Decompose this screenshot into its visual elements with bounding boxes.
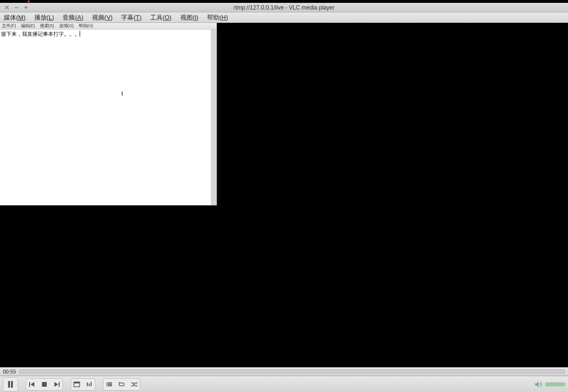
menu-video[interactable]: 视频(V) xyxy=(92,13,113,22)
menu-view[interactable]: 视图(I) xyxy=(180,13,198,22)
svg-rect-10 xyxy=(89,383,90,386)
vlc-menubar: 媒体(M) 播放(L) 音频(A) 视频(V) 字幕(T) 工具(O) 视图(I… xyxy=(0,12,568,23)
playlist-icon xyxy=(106,382,113,387)
volume-slider[interactable] xyxy=(545,382,565,386)
fullscreen-icon xyxy=(73,382,80,387)
svg-rect-2 xyxy=(29,382,30,387)
text-caret xyxy=(80,31,80,37)
svg-rect-4 xyxy=(42,382,47,387)
notepad-menu-edit[interactable]: 编辑(E) xyxy=(21,23,35,29)
next-button[interactable] xyxy=(51,379,62,390)
volume-control xyxy=(535,381,565,388)
svg-marker-21 xyxy=(535,382,538,387)
seek-slider[interactable] xyxy=(19,370,565,373)
previous-button[interactable] xyxy=(26,379,38,390)
shuffle-button[interactable] xyxy=(128,379,140,390)
window-maximize-button[interactable] xyxy=(23,5,29,10)
svg-rect-0 xyxy=(8,381,10,388)
menu-tools[interactable]: 工具(O) xyxy=(150,13,172,22)
svg-rect-12 xyxy=(106,382,107,383)
menu-media[interactable]: 媒体(M) xyxy=(4,13,26,22)
notepad-content: 接下来，我直播记事本打字。。。 xyxy=(1,31,80,37)
window-minimize-button[interactable] xyxy=(13,5,19,10)
next-icon xyxy=(53,382,60,387)
controls-toolbar xyxy=(0,376,568,392)
svg-marker-20 xyxy=(136,385,137,387)
svg-rect-6 xyxy=(59,382,60,387)
menu-subtitle[interactable]: 字幕(T) xyxy=(121,13,142,22)
loop-icon xyxy=(118,382,125,387)
elapsed-time[interactable]: 00:55 xyxy=(3,369,16,374)
svg-rect-11 xyxy=(91,382,92,386)
menu-help[interactable]: 帮助(H) xyxy=(207,13,228,22)
menu-playback[interactable]: 播放(L) xyxy=(34,13,54,22)
previous-icon xyxy=(29,382,35,387)
notepad-menu-search[interactable]: 搜索(S) xyxy=(40,23,54,29)
loop-button[interactable] xyxy=(116,379,127,390)
extended-settings-button[interactable] xyxy=(83,379,95,390)
notepad-menu-options[interactable]: 选项(O) xyxy=(59,23,74,29)
stop-icon xyxy=(41,382,47,387)
volume-icon[interactable] xyxy=(535,381,542,388)
svg-marker-5 xyxy=(54,382,58,387)
fullscreen-button[interactable] xyxy=(71,379,83,390)
menu-audio[interactable]: 音频(A) xyxy=(62,13,83,22)
notepad-menu-file[interactable]: 文件(F) xyxy=(2,23,16,29)
text-cursor-ibeam-icon: I xyxy=(121,90,123,97)
svg-rect-1 xyxy=(11,381,13,388)
playlist-button[interactable] xyxy=(103,379,115,390)
notepad-menu-help[interactable]: 帮助(H) xyxy=(79,23,93,29)
play-pause-button[interactable] xyxy=(3,378,18,391)
svg-marker-18 xyxy=(118,382,120,384)
progress-bar: 00:55 xyxy=(0,367,568,376)
equalizer-icon xyxy=(86,382,93,387)
notepad-window: 文件(F) 编辑(E) 搜索(S) 选项(O) 帮助(H) 接下来，我直播记事本… xyxy=(0,23,217,206)
svg-marker-19 xyxy=(136,382,137,384)
svg-rect-16 xyxy=(106,385,107,386)
svg-rect-15 xyxy=(108,384,112,385)
stop-button[interactable] xyxy=(39,379,50,390)
svg-rect-8 xyxy=(74,382,80,383)
window-close-button[interactable] xyxy=(4,5,10,10)
notepad-menubar: 文件(F) 编辑(E) 搜索(S) 选项(O) 帮助(H) xyxy=(0,23,217,30)
pause-icon xyxy=(7,381,14,388)
window-title: rtmp://127.0.0.1/live - VLC media player xyxy=(29,4,539,11)
svg-rect-14 xyxy=(106,384,107,385)
svg-rect-13 xyxy=(108,382,112,383)
svg-rect-17 xyxy=(108,385,112,386)
svg-marker-3 xyxy=(31,382,34,387)
notepad-text-area[interactable]: 接下来，我直播记事本打字。。。 I xyxy=(0,30,217,205)
shuffle-icon xyxy=(131,382,137,387)
svg-rect-9 xyxy=(87,382,88,386)
window-titlebar: rtmp://127.0.0.1/live - VLC media player xyxy=(0,3,568,12)
